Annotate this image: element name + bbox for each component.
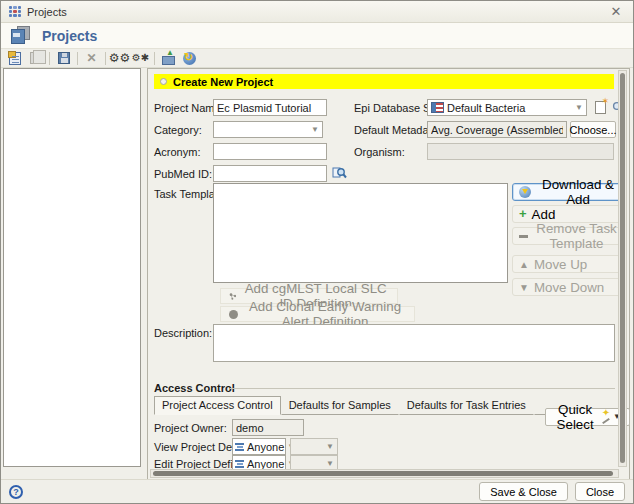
window-title: Projects — [27, 6, 67, 18]
pubmed-lookup-icon — [332, 166, 347, 179]
tab-defaults-for-task-entries[interactable]: Defaults for Task Entries — [399, 396, 534, 415]
close-icon[interactable]: ✕ — [607, 3, 625, 21]
pubmed-id-label: PubMed ID: — [154, 168, 212, 180]
banner-title: Create New Project — [173, 76, 273, 88]
arrow-up-icon: ▲ — [519, 259, 529, 270]
plus-icon: + — [519, 209, 527, 219]
projects-dialog: Projects ✕ Projects ✕ ⚙⚙ ⚙✱ Create New P… — [0, 0, 634, 504]
move-down-button[interactable]: ▼ Move Down — [512, 278, 627, 296]
tab-defaults-for-samples[interactable]: Defaults for Samples — [281, 396, 399, 415]
app-icon — [9, 6, 21, 18]
help-icon[interactable]: ? — [9, 485, 23, 499]
organism-input — [427, 143, 614, 160]
pubmed-lookup-button[interactable] — [332, 166, 347, 179]
main-area: Create New Project Project Name: Epi Dat… — [1, 68, 633, 481]
epi-database-scheme-value: Default Bacteria — [447, 102, 525, 114]
refresh-icon — [183, 52, 196, 65]
edit-definition-value: Anyone — [247, 458, 284, 470]
create-new-project-banner: Create New Project — [154, 74, 614, 89]
delete-button[interactable]: ✕ — [82, 50, 101, 67]
page-title: Projects — [42, 28, 97, 44]
project-list-panel[interactable] — [3, 68, 141, 467]
tree-icon — [229, 291, 236, 301]
acronym-input[interactable] — [213, 143, 327, 160]
save-button[interactable] — [54, 50, 73, 67]
import-button[interactable] — [159, 50, 178, 67]
move-up-button[interactable]: ▲ Move Up — [512, 255, 627, 273]
choose-metadata-button[interactable]: Choose... — [570, 121, 616, 138]
pubmed-id-input[interactable] — [213, 165, 327, 182]
organism-label: Organism: — [354, 146, 405, 158]
toolbar-separator — [154, 52, 155, 65]
chevron-down-icon: ▼ — [326, 443, 334, 451]
vertical-scrollbar[interactable] — [618, 70, 627, 467]
copy-icon — [30, 52, 41, 64]
download-globe-icon — [519, 186, 531, 198]
description-textarea[interactable] — [213, 324, 615, 362]
toolbar-separator — [77, 52, 78, 65]
acronym-label: Acronym: — [154, 146, 200, 158]
project-owner-label: Project Owner: — [154, 422, 227, 434]
category-label: Category: — [154, 124, 202, 136]
close-button[interactable]: Close — [575, 482, 625, 501]
status-dot-icon — [160, 78, 167, 85]
manage-task-templates-button[interactable]: ⚙⚙ — [110, 50, 129, 67]
chevron-down-icon: ▼ — [311, 126, 319, 134]
horizontal-scrollbar-thumb[interactable] — [153, 471, 613, 476]
projects-book-icon — [11, 26, 32, 45]
chevron-down-icon: ▼ — [326, 460, 334, 468]
view-definition-secondary-select: ▼ — [290, 438, 338, 455]
import-box-icon — [162, 56, 175, 65]
horizontal-scrollbar[interactable] — [150, 469, 619, 478]
epi-database-scheme-select[interactable]: Default Bacteria ▼ — [427, 99, 587, 116]
task-templates-list[interactable] — [213, 183, 508, 283]
page-header: Projects — [1, 23, 633, 49]
move-down-label: Move Down — [534, 280, 604, 295]
save-and-close-button[interactable]: Save & Close — [479, 482, 568, 501]
vertical-scrollbar-thumb[interactable] — [620, 73, 625, 463]
new-project-icon — [9, 52, 21, 65]
group-icon — [235, 460, 244, 468]
remove-label: Remove Task Template — [533, 221, 620, 251]
download-and-add-button[interactable]: Download & Add — [512, 183, 627, 201]
copy-button[interactable] — [26, 50, 45, 67]
scheme-grid-icon — [431, 102, 444, 113]
view-definition-value: Anyone — [247, 441, 284, 453]
toolbar-separator — [105, 52, 106, 65]
download-and-add-label: Download & Add — [536, 177, 620, 207]
add-label: Add — [532, 207, 556, 222]
move-up-label: Move Up — [534, 257, 587, 272]
save-icon — [58, 52, 70, 64]
project-detail-panel: Create New Project Project Name: Epi Dat… — [147, 68, 630, 480]
quick-select-label: Quick Select — [554, 402, 596, 432]
default-metadata-fields-input[interactable] — [427, 121, 567, 138]
gears-icon: ⚙⚙ — [109, 52, 131, 64]
alert-circle-icon — [229, 310, 238, 319]
view-project-definition-select[interactable]: Anyone ▼ — [232, 438, 286, 455]
arrow-down-icon: ▼ — [519, 282, 529, 293]
toolbar-separator — [49, 52, 50, 65]
project-name-input[interactable] — [213, 99, 327, 116]
footer-bar: ? Save & Close Close — [1, 479, 633, 503]
toolbar: ✕ ⚙⚙ ⚙✱ — [1, 49, 633, 68]
group-divider — [230, 388, 615, 389]
new-scheme-button[interactable] — [592, 99, 609, 116]
access-control-group-label: Access Control — [154, 382, 235, 394]
title-bar: Projects ✕ — [1, 1, 633, 23]
refresh-button[interactable] — [180, 50, 199, 67]
tab-project-access-control[interactable]: Project Access Control — [154, 396, 281, 415]
minus-icon — [519, 235, 528, 238]
description-label: Description: — [154, 327, 212, 339]
project-owner-input[interactable] — [232, 419, 304, 436]
chevron-down-icon: ▼ — [575, 104, 583, 112]
new-project-button[interactable] — [5, 50, 24, 67]
new-scheme-icon — [595, 101, 606, 114]
category-select[interactable]: ▼ — [213, 121, 323, 138]
group-icon — [235, 443, 244, 451]
run-task-button[interactable]: ⚙✱ — [131, 50, 150, 67]
magic-wand-icon — [601, 411, 608, 423]
delete-icon: ✕ — [86, 51, 96, 65]
gear-icon: ⚙✱ — [132, 52, 149, 64]
remove-task-template-button[interactable]: Remove Task Template — [512, 227, 627, 245]
add-clonal-alert-button[interactable]: Add Clonal Early Warning Alert Definitio… — [220, 306, 415, 322]
